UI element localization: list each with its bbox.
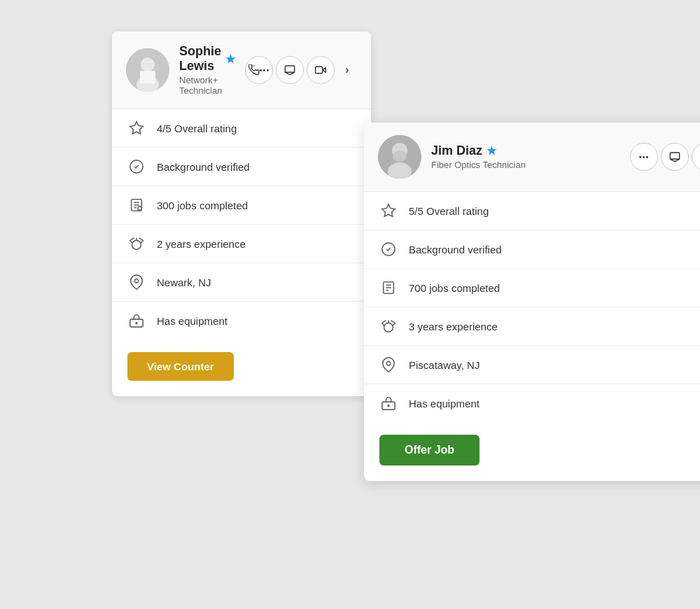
pin-icon (127, 273, 146, 291)
sophie-jobs: 300 jobs completed (157, 200, 248, 211)
badge-icon (127, 196, 146, 214)
dots-label: ••• (639, 153, 650, 161)
phone-button[interactable]: ••• (245, 56, 273, 84)
sophie-body: 4/5 Overall rating Background verified (112, 109, 371, 340)
medal-icon (379, 317, 398, 335)
list-item: 5/5 Overall rating (364, 192, 700, 230)
jim-rating: 5/5 Overall rating (409, 205, 489, 217)
sophie-bg-verified: Background verified (157, 161, 250, 173)
svg-rect-27 (670, 153, 679, 159)
sophie-experience: 2 years experience (157, 238, 246, 250)
svg-point-19 (134, 279, 139, 283)
offer-job-button[interactable]: Offer Job (379, 435, 479, 465)
chat-icon (669, 151, 680, 162)
sophie-location: Newark, NJ (157, 276, 211, 288)
view-counter-button[interactable]: View Counter (127, 352, 234, 381)
svg-point-26 (393, 150, 407, 162)
list-item: Has equipment (112, 302, 371, 340)
svg-rect-9 (316, 66, 323, 73)
card-sophie: Sophie Lewis ★ Network+ Technician ••• (112, 31, 371, 396)
video-button[interactable] (307, 56, 335, 84)
list-item: 700 jobs completed (364, 269, 700, 307)
star-filled-icon: ★ (225, 52, 235, 66)
svg-point-38 (386, 361, 391, 365)
card-jim: Jim Diaz ★ Fiber Optics Technician ••• (364, 122, 700, 481)
list-item: Newark, NJ (112, 263, 371, 302)
toolbox-icon (379, 394, 398, 412)
toolbox-icon (127, 312, 146, 330)
list-item: 2 years experience (112, 225, 371, 263)
video-button[interactable] (692, 143, 700, 171)
list-item: Background verified (364, 230, 700, 269)
svg-marker-10 (130, 122, 143, 134)
list-item: 4/5 Overall rating (112, 109, 371, 148)
more-button[interactable]: › (337, 60, 357, 80)
video-icon (315, 64, 326, 76)
list-item: 3 years experience (364, 307, 700, 346)
jim-experience: 3 years experience (409, 321, 498, 332)
check-circle-icon (379, 240, 398, 258)
sophie-equipment: Has equipment (157, 315, 227, 327)
jim-body: 5/5 Overall rating Background verified (364, 192, 700, 422)
svg-rect-3 (140, 71, 155, 83)
badge-icon (379, 279, 398, 297)
jim-footer: Offer Job (364, 422, 700, 481)
chat-button[interactable] (661, 143, 689, 171)
star-outline-icon (379, 202, 398, 220)
jim-equipment: Has equipment (409, 398, 479, 410)
card-jim-header: Jim Diaz ★ Fiber Optics Technician ••• (364, 122, 700, 192)
svg-point-36 (384, 323, 393, 332)
svg-point-17 (132, 240, 141, 249)
card-sophie-header: Sophie Lewis ★ Network+ Technician ••• (112, 31, 371, 109)
star-filled-icon: ★ (486, 144, 496, 158)
medal-icon (127, 234, 146, 253)
list-item: Piscataway, NJ (364, 346, 700, 384)
svg-point-1 (141, 57, 155, 71)
cards-container: Sophie Lewis ★ Network+ Technician ••• (112, 31, 588, 578)
jim-info: Jim Diaz ★ Fiber Optics Technician (431, 144, 620, 170)
chat-icon (284, 64, 295, 76)
phone-icon (248, 64, 260, 76)
sophie-name: Sophie Lewis ★ (179, 44, 235, 74)
jim-location: Piscataway, NJ (409, 359, 479, 371)
chat-button[interactable] (276, 56, 304, 84)
jim-jobs: 700 jobs completed (409, 282, 500, 294)
jim-title: Fiber Optics Technician (431, 160, 620, 170)
sophie-actions: ••• › (245, 56, 357, 84)
dots-label: ••• (260, 66, 270, 74)
sophie-rating: 4/5 Overall rating (157, 122, 237, 134)
pin-icon (379, 356, 398, 374)
sophie-info: Sophie Lewis ★ Network+ Technician (179, 44, 235, 96)
list-item: Background verified (112, 148, 371, 186)
svg-marker-30 (382, 204, 395, 216)
list-item: Has equipment (364, 384, 700, 422)
sophie-title: Network+ Technician (179, 75, 235, 96)
jim-name: Jim Diaz ★ (431, 144, 620, 158)
star-outline-icon (127, 119, 146, 137)
check-circle-icon (127, 158, 146, 176)
avatar (378, 135, 421, 178)
phone-button[interactable]: ••• (630, 143, 658, 171)
jim-actions: ••• › (630, 143, 700, 171)
svg-point-16 (138, 206, 142, 211)
jim-bg-verified: Background verified (409, 244, 502, 255)
list-item: 300 jobs completed (112, 186, 371, 225)
svg-rect-7 (285, 66, 294, 72)
sophie-footer: View Counter (112, 340, 371, 396)
avatar (126, 48, 169, 92)
